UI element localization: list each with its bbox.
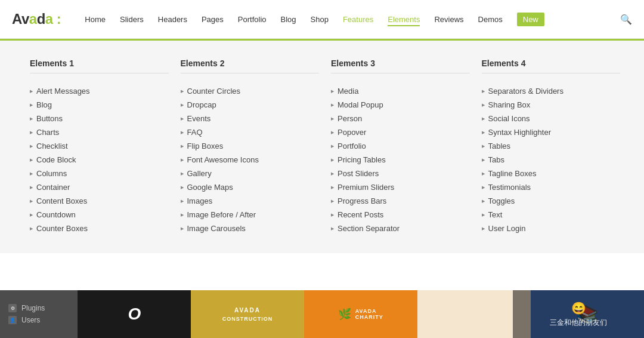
list-item[interactable]: Image Before / After [181,208,320,222]
dropdown-link[interactable]: Flip Boxes [187,142,224,150]
list-item[interactable]: Media [331,84,470,98]
dropdown-link[interactable]: Media [338,87,358,96]
list-item[interactable]: Premium Sliders [331,180,470,194]
list-item[interactable]: Container [30,180,169,194]
search-icon[interactable]: 🔍 [620,14,632,25]
dropdown-link[interactable]: Pricing Tables [338,155,386,164]
dropdown-link[interactable]: Code Block [36,155,76,164]
nav-link-demos[interactable]: Demos [478,15,503,24]
list-item[interactable]: Syntax Highlighter [482,125,621,139]
list-item[interactable]: Flip Boxes [181,139,320,153]
thumb-creative[interactable]: O [78,290,191,338]
list-item[interactable]: Countdown [30,208,169,222]
list-item[interactable]: Content Boxes [30,194,169,208]
list-item[interactable]: Popover [331,125,470,139]
list-item[interactable]: Sharing Box [482,98,621,112]
list-item[interactable]: Modal Popup [331,98,470,112]
dropdown-link[interactable]: Social Icons [488,114,530,123]
dropdown-link[interactable]: Blog [36,100,52,109]
dropdown-link[interactable]: Recent Posts [338,210,383,219]
list-item[interactable]: Separators & Dividers [482,84,621,98]
dropdown-link[interactable]: Popover [338,128,366,137]
dropdown-link[interactable]: Columns [36,169,67,178]
dropdown-link[interactable]: Progress Bars [338,196,386,205]
dropdown-link[interactable]: Events [187,114,211,123]
list-item[interactable]: Image Carousels [181,222,320,235]
dropdown-link[interactable]: Toggles [488,196,515,205]
list-item[interactable]: Images [181,194,320,208]
list-item[interactable]: Blog [30,98,169,112]
dropdown-link[interactable]: Images [187,196,213,205]
nav-item-headers[interactable]: Headers [158,15,187,24]
list-item[interactable]: Charts [30,125,169,139]
nav-item-demos[interactable]: Demos [478,15,503,24]
dropdown-link[interactable]: User Login [488,224,526,233]
nav-link-pages[interactable]: Pages [202,15,224,24]
list-item[interactable]: Section Separator [331,222,470,235]
dropdown-link[interactable]: Section Separator [338,224,400,233]
list-item[interactable]: Counter Circles [181,84,320,98]
sidebar-item-users[interactable]: 👤 Users [8,316,69,324]
dropdown-link[interactable]: Image Carousels [187,224,246,233]
dropdown-link[interactable]: Tagline Boxes [488,169,537,178]
nav-link-blog[interactable]: Blog [281,15,296,24]
dropdown-link[interactable]: Checklist [36,142,68,150]
dropdown-link[interactable]: Alert Messages [36,87,90,96]
list-item[interactable]: Recent Posts [331,208,470,222]
dropdown-link[interactable]: Premium Sliders [338,183,394,192]
nav-link-shop[interactable]: Shop [311,15,329,24]
dropdown-link[interactable]: Person [338,114,362,123]
dropdown-link[interactable]: Google Maps [187,183,233,192]
list-item[interactable]: Gallery [181,167,320,180]
dropdown-link[interactable]: Testimonials [488,183,531,192]
dropdown-link[interactable]: Counter Boxes [36,224,88,233]
logo[interactable]: Avada : [12,11,61,27]
nav-link-reviews[interactable]: Reviews [434,15,463,24]
list-item[interactable]: Portfolio [331,139,470,153]
dropdown-link[interactable]: Font Awesome Icons [187,155,259,164]
list-item[interactable]: Buttons [30,112,169,125]
nav-item-pages[interactable]: Pages [202,15,224,24]
nav-item-new[interactable]: New [517,15,544,24]
list-item[interactable]: Dropcap [181,98,320,112]
nav-link-headers[interactable]: Headers [158,15,187,24]
list-item[interactable]: Testimonials [482,180,621,194]
dropdown-link[interactable]: Tables [488,142,511,150]
dropdown-link[interactable]: Buttons [36,114,63,123]
dropdown-link[interactable]: Modal Popup [338,100,383,109]
dropdown-link[interactable]: Image Before / After [187,210,256,219]
dropdown-link[interactable]: Counter Circles [187,87,241,96]
dropdown-link[interactable]: Sharing Box [488,100,531,109]
dropdown-link[interactable]: Portfolio [338,142,366,150]
list-item[interactable]: Font Awesome Icons [181,153,320,167]
nav-item-shop[interactable]: Shop [311,15,329,24]
thumb-charity[interactable]: 🌿 AVADA CHARITY [304,290,417,338]
nav-item-features[interactable]: Features [343,15,373,24]
list-item[interactable]: Events [181,112,320,125]
list-item[interactable]: Social Icons [482,112,621,125]
nav-link-portfolio[interactable]: Portfolio [238,15,267,24]
nav-item-portfolio[interactable]: Portfolio [238,15,267,24]
list-item[interactable]: Tagline Boxes [482,167,621,180]
nav-item-home[interactable]: Home [85,15,106,24]
dropdown-link[interactable]: FAQ [187,128,203,137]
nav-item-reviews[interactable]: Reviews [434,15,463,24]
nav-link-elements[interactable]: Elements [388,15,420,26]
list-item[interactable]: Toggles [482,194,621,208]
nav-item-elements[interactable]: Elements [388,15,420,24]
dropdown-link[interactable]: Syntax Highlighter [488,128,552,137]
list-item[interactable]: Alert Messages [30,84,169,98]
dropdown-link[interactable]: Text [488,210,503,219]
list-item[interactable]: Counter Boxes [30,222,169,235]
dropdown-link[interactable]: Container [36,183,70,192]
list-item[interactable]: Code Block [30,153,169,167]
dropdown-link[interactable]: Separators & Dividers [488,87,564,96]
list-item[interactable]: Progress Bars [331,194,470,208]
list-item[interactable]: Columns [30,167,169,180]
nav-link-sliders[interactable]: Sliders [120,15,144,24]
sidebar-item-plugins[interactable]: ⚙ Plugins [8,304,69,312]
dropdown-link[interactable]: Charts [36,128,59,137]
dropdown-link[interactable]: Content Boxes [36,196,87,205]
nav-item-blog[interactable]: Blog [281,15,296,24]
nav-item-sliders[interactable]: Sliders [120,15,144,24]
